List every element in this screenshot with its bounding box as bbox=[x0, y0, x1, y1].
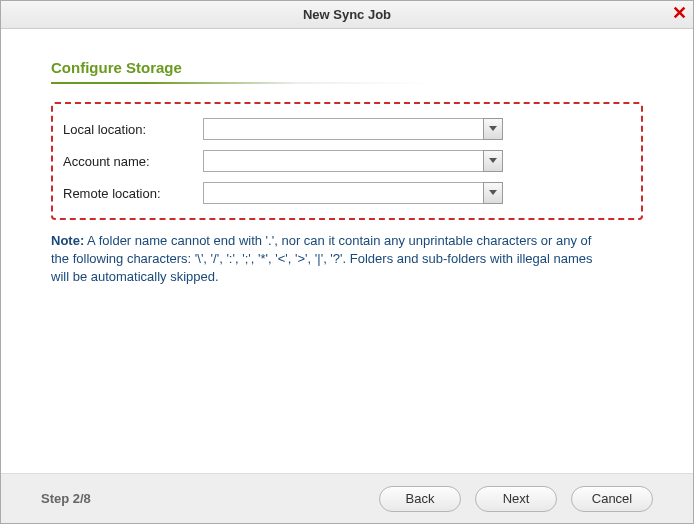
remote-location-label: Remote location: bbox=[63, 186, 203, 201]
heading-underline bbox=[51, 82, 431, 84]
note-text: Note: A folder name cannot end with '.',… bbox=[51, 232, 611, 287]
local-location-input[interactable] bbox=[203, 118, 483, 140]
local-location-dropdown-button[interactable] bbox=[483, 118, 503, 140]
account-name-dropdown-button[interactable] bbox=[483, 150, 503, 172]
remote-location-combo bbox=[203, 182, 503, 204]
configure-storage-box: Local location: Account name: bbox=[51, 102, 643, 220]
dialog-title: New Sync Job bbox=[303, 7, 391, 22]
account-name-label: Account name: bbox=[63, 154, 203, 169]
remote-location-dropdown-button[interactable] bbox=[483, 182, 503, 204]
section-heading: Configure Storage bbox=[51, 59, 643, 76]
new-sync-job-dialog: New Sync Job ✕ Configure Storage Local l… bbox=[0, 0, 694, 524]
close-icon[interactable]: ✕ bbox=[672, 4, 687, 22]
chevron-down-icon bbox=[489, 158, 497, 164]
chevron-down-icon bbox=[489, 190, 497, 196]
remote-location-row: Remote location: bbox=[63, 182, 623, 204]
step-indicator: Step 2/8 bbox=[41, 491, 91, 506]
note-body: A folder name cannot end with '.', nor c… bbox=[51, 233, 593, 284]
dialog-content: Configure Storage Local location: Accoun… bbox=[1, 29, 693, 473]
account-name-input[interactable] bbox=[203, 150, 483, 172]
cancel-button[interactable]: Cancel bbox=[571, 486, 653, 512]
back-button[interactable]: Back bbox=[379, 486, 461, 512]
local-location-row: Local location: bbox=[63, 118, 623, 140]
local-location-label: Local location: bbox=[63, 122, 203, 137]
titlebar: New Sync Job ✕ bbox=[1, 1, 693, 29]
dialog-footer: Step 2/8 Back Next Cancel bbox=[1, 473, 693, 523]
account-name-row: Account name: bbox=[63, 150, 623, 172]
local-location-combo bbox=[203, 118, 503, 140]
account-name-combo bbox=[203, 150, 503, 172]
next-button[interactable]: Next bbox=[475, 486, 557, 512]
note-prefix: Note: bbox=[51, 233, 84, 248]
remote-location-input[interactable] bbox=[203, 182, 483, 204]
chevron-down-icon bbox=[489, 126, 497, 132]
